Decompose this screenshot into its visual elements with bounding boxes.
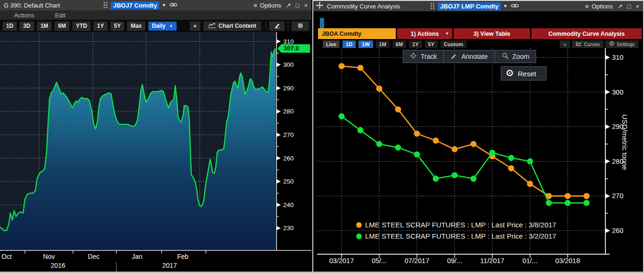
actions-menu-button[interactable]: 1) Actions ▼: [397, 28, 452, 39]
timeframe-max-button[interactable]: Max: [127, 22, 145, 31]
zoom-label: Zoom: [513, 53, 530, 60]
options-button[interactable]: ≡ Options: [253, 2, 281, 9]
close-button[interactable]: ×: [304, 2, 308, 9]
timeframe-1m-button[interactable]: 1M: [376, 40, 390, 48]
svg-text:07/2017: 07/2017: [405, 257, 429, 265]
timeframe-custom-button[interactable]: Custom: [440, 40, 466, 48]
svg-text:01/...: 01/...: [522, 257, 538, 265]
svg-text:2016: 2016: [50, 262, 65, 269]
commodity-curve-chart[interactable]: 26027028029030031003/201705/...07/201709…: [313, 48, 643, 265]
annotate-tool-button[interactable]: [269, 22, 285, 31]
svg-text:Oct: Oct: [1, 253, 12, 260]
svg-text:LME STEEL SCRAP FUTURES : LMP: LME STEEL SCRAP FUTURES : LMP : Last Pri…: [365, 232, 556, 240]
data-point: [471, 141, 477, 147]
left-menubar: Actions Edit: [0, 10, 311, 20]
timeframe-5y-button[interactable]: 5Y: [111, 22, 124, 31]
actions-label: 1) Actions: [411, 31, 439, 37]
zoom-button[interactable]: Zoom: [495, 50, 536, 63]
svg-text:03/2017: 03/2017: [329, 257, 354, 265]
svg-text:09/...: 09/...: [447, 257, 462, 265]
chevron-down-icon: ▼: [445, 32, 449, 36]
security-dropdown-icon[interactable]: ▼: [162, 3, 166, 8]
move-handle-icon[interactable]: [316, 2, 323, 10]
data-point: [452, 172, 458, 178]
popout-button[interactable]: ↗: [618, 3, 623, 10]
popout-button[interactable]: ↗: [286, 2, 291, 9]
timeframe-1d-button[interactable]: 1D: [342, 40, 356, 48]
line-chart-icon: [208, 23, 216, 30]
settings-gear-button[interactable]: [292, 22, 309, 31]
right-security-field[interactable]: JBOJ7 LMP Comdty: [438, 2, 501, 10]
chevron-down-icon: ▼: [169, 24, 173, 28]
maximize-button[interactable]: □: [296, 2, 300, 9]
security-dropdown-icon[interactable]: ▼: [503, 4, 507, 8]
annotate-label: Annotate: [461, 53, 488, 60]
view-table-button[interactable]: 3) View Table: [454, 28, 530, 39]
svg-text:Feb: Feb: [177, 253, 188, 260]
price-area-chart[interactable]: 230240250260270280290300310307.0OctNovDe…: [0, 32, 311, 273]
svg-text:300: 300: [612, 88, 623, 96]
menu-actions[interactable]: Actions: [14, 12, 34, 19]
track-button[interactable]: Track: [403, 50, 444, 63]
timeframe-ytd-button[interactable]: YTD: [73, 22, 90, 31]
right-window-controls: ≡ Options ↗ □ ×: [585, 3, 643, 10]
drag-handle-icon[interactable]: [103, 1, 108, 9]
curve-timeframe-row: Live 1D 1W 1M 6M 1Y 5Y Custom: [323, 40, 466, 48]
settings-button[interactable]: Settings: [605, 40, 638, 48]
data-point: [565, 193, 571, 199]
timeframe-1w-button[interactable]: 1W: [359, 40, 373, 48]
pencil-icon: [450, 53, 457, 61]
svg-text:250: 250: [283, 178, 294, 185]
svg-text:280: 280: [283, 108, 294, 115]
data-point: [527, 181, 533, 187]
data-point: [433, 137, 439, 144]
menu-edit[interactable]: Edit: [55, 12, 65, 19]
timeframe-6m-button[interactable]: 6M: [55, 22, 69, 31]
link-icon[interactable]: [169, 1, 178, 9]
right-panel-title: Commodity Curve Analysis: [327, 3, 400, 10]
left-security-field[interactable]: JBOJ7 Comdty: [111, 1, 159, 9]
link-icon[interactable]: [511, 2, 519, 10]
data-point: [471, 176, 477, 182]
svg-text:260: 260: [283, 155, 294, 162]
svg-text:Dec: Dec: [88, 253, 100, 260]
left-window-controls: ≡ Options ↗ □ ×: [253, 2, 311, 9]
commodity-curve-panel: Commodity Curve Analysis JBOJ7 LMP Comdt…: [312, 0, 644, 273]
data-point: [584, 193, 590, 199]
data-point: [508, 165, 514, 171]
chart-content-button[interactable]: Chart Content: [204, 22, 261, 31]
svg-text:310: 310: [283, 38, 294, 45]
svg-text:03/2018: 03/2018: [555, 257, 580, 265]
bloomberg-terminal-screen: G 390: Default Chart JBOJ7 Comdty ▼ ≡ Op…: [0, 0, 644, 273]
timeframe-5y-button[interactable]: 5Y: [425, 40, 438, 48]
curves-icon: [576, 41, 582, 47]
maximize-button[interactable]: □: [628, 3, 631, 10]
security-tab[interactable]: JBOA Comdty: [318, 28, 396, 39]
left-titlebar: G 390: Default Chart JBOJ7 Comdty ▼ ≡ Op…: [0, 0, 311, 10]
settings-label: Settings: [617, 41, 635, 47]
collapse-controls-button[interactable]: «: [560, 40, 570, 48]
close-button[interactable]: ×: [636, 3, 639, 10]
timeframe-1d-button[interactable]: 1D: [3, 22, 16, 31]
data-point: [508, 155, 514, 161]
timeframe-3d-button[interactable]: 3D: [20, 22, 33, 31]
chart-overlay-toolbar: Track Annotate Zoom: [403, 50, 536, 63]
timeframe-1y-button[interactable]: 1Y: [409, 40, 422, 48]
timeframe-6m-button[interactable]: 6M: [392, 40, 406, 48]
drag-handle-icon[interactable]: [430, 2, 435, 10]
timeframe-1y-button[interactable]: 1Y: [94, 22, 107, 31]
legend-swatch: [356, 233, 362, 239]
timeframe-1m-button[interactable]: 1M: [37, 22, 52, 31]
curves-button[interactable]: Curves: [572, 40, 603, 48]
timeframe-live-button[interactable]: Live: [323, 40, 340, 48]
reset-button[interactable]: Reset: [501, 66, 546, 80]
annotate-button[interactable]: Annotate: [444, 50, 495, 63]
svg-text:307.0: 307.0: [284, 45, 299, 52]
data-point: [433, 176, 439, 182]
period-select[interactable]: Daily ▼: [148, 22, 177, 31]
menu-icon: ≡: [253, 2, 257, 9]
track-label: Track: [421, 53, 437, 60]
collapse-toolbar-button[interactable]: «: [190, 22, 200, 31]
options-button[interactable]: ≡ Options: [585, 3, 612, 10]
data-point: [376, 86, 383, 92]
